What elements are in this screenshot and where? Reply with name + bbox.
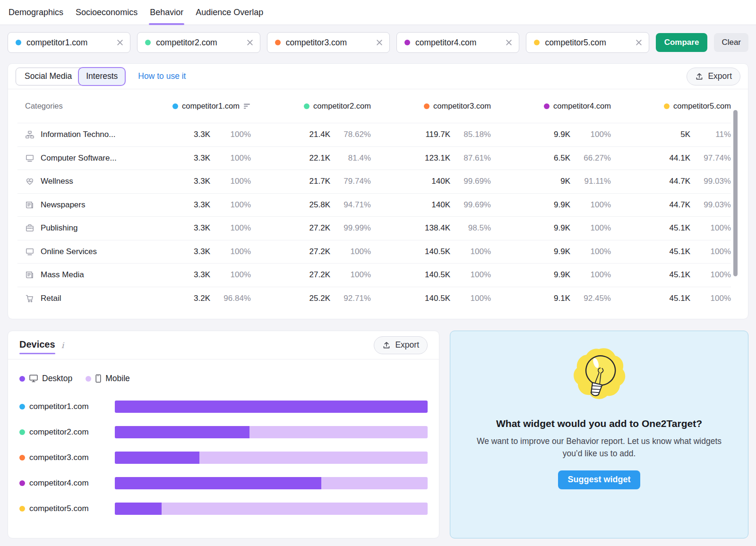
competitor-color-dot — [19, 480, 25, 486]
users-value: 140.5K — [425, 247, 450, 256]
percentage-value: 100% — [210, 130, 251, 139]
devices-title-text: Devices — [19, 339, 55, 350]
competitor-chip-4[interactable]: competitor4.com — [396, 32, 519, 53]
competitor-chip-5[interactable]: competitor5.com — [526, 32, 649, 53]
value-cell: 9K91.11% — [491, 177, 611, 186]
percentage-value: 79.74% — [330, 177, 371, 186]
users-value: 3.3K — [194, 130, 210, 139]
nav-tab-behavior[interactable]: Behavior — [149, 0, 184, 25]
device-bar-row-competitor2-com: competitor2.com — [19, 419, 428, 445]
column-header-competitor5-com[interactable]: competitor5.com — [611, 102, 731, 111]
legend-label: Desktop — [42, 374, 72, 384]
value-cell: 45.1K100% — [611, 223, 731, 233]
tab-social-media-label: Social Media — [25, 71, 72, 81]
devices-title: Devices — [19, 336, 55, 354]
category-cell: Wellness — [17, 177, 131, 186]
mobile-icon — [95, 374, 102, 383]
users-value: 21.7K — [309, 177, 330, 186]
category-cell: Publishing — [17, 223, 131, 233]
close-icon[interactable] — [117, 39, 123, 46]
competitor-chip-1[interactable]: competitor1.com — [8, 32, 130, 53]
column-header-label: competitor2.com — [313, 102, 371, 111]
users-value: 9.1K — [554, 294, 570, 303]
percentage-value: 99.69% — [450, 177, 491, 186]
percentage-value: 100% — [570, 247, 611, 256]
value-cell: 21.7K79.74% — [251, 177, 371, 186]
nav-tab-socioeconomics[interactable]: Socioeconomics — [75, 0, 138, 25]
users-value: 45.1K — [670, 270, 690, 280]
users-value: 22.1K — [309, 154, 330, 163]
legend-item-mobile[interactable]: Mobile — [86, 374, 130, 384]
bar-site-label: competitor1.com — [19, 402, 115, 411]
bar-site-label: competitor3.com — [19, 453, 115, 462]
close-icon[interactable] — [636, 39, 642, 46]
devices-card: Devices i Export DesktopMobile competito… — [8, 331, 439, 538]
competitor-chip-3[interactable]: competitor3.com — [267, 32, 390, 53]
devices-export-button[interactable]: Export — [374, 336, 428, 354]
column-header-competitor1-com[interactable]: competitor1.com — [131, 102, 251, 111]
value-cell: 45.1K100% — [611, 294, 731, 303]
percentage-value: 100% — [210, 270, 251, 280]
value-cell: 140.5K100% — [371, 247, 491, 256]
briefcase-icon — [25, 223, 34, 233]
nav-tab-audience-overlap[interactable]: Audience Overlap — [195, 0, 264, 25]
device-usage-bar — [115, 503, 428, 515]
category-name: Newspapers — [41, 200, 86, 210]
competitor-chip-2[interactable]: competitor2.com — [137, 32, 260, 53]
value-cell: 27.2K100% — [251, 247, 371, 256]
legend-item-desktop[interactable]: Desktop — [19, 374, 72, 384]
category-cell: Online Services — [17, 247, 131, 256]
column-header-competitor3-com[interactable]: competitor3.com — [371, 102, 491, 111]
bar-site-label: competitor4.com — [19, 478, 115, 488]
column-header-label: competitor5.com — [673, 102, 731, 111]
tab-interests[interactable]: Interests — [78, 67, 126, 86]
competitor-color-dot — [534, 40, 540, 45]
competitor-color-dot — [19, 455, 25, 461]
value-cell: 138.4K98.5% — [371, 223, 491, 233]
close-icon[interactable] — [247, 39, 253, 46]
sort-descending-icon[interactable] — [243, 103, 251, 110]
value-cell: 44.7K99.03% — [611, 200, 731, 210]
close-icon[interactable] — [376, 39, 383, 46]
device-bar-row-competitor4-com: competitor4.com — [19, 470, 428, 496]
tab-social-media[interactable]: Social Media — [16, 68, 81, 85]
category-cell: Newspapers — [17, 200, 131, 210]
sitemap-icon — [25, 130, 34, 139]
value-cell: 140K99.69% — [371, 177, 491, 186]
column-header-competitor4-com[interactable]: competitor4.com — [491, 102, 611, 111]
percentage-value: 11% — [690, 130, 731, 139]
competitor-chip-label: competitor1.com — [26, 38, 87, 48]
percentage-value: 100% — [210, 200, 251, 210]
category-name: Retail — [41, 294, 61, 303]
bar-site-name: competitor4.com — [29, 478, 89, 488]
info-icon[interactable]: i — [61, 341, 64, 350]
compare-button[interactable]: Compare — [656, 33, 708, 52]
users-value: 140.5K — [425, 270, 450, 280]
value-cell: 9.9K100% — [491, 247, 611, 256]
users-value: 9.9K — [554, 247, 570, 256]
monitor-icon — [25, 154, 34, 163]
clear-button[interactable]: Clear — [714, 33, 748, 52]
users-value: 44.7K — [670, 177, 690, 186]
column-header-competitor2-com[interactable]: competitor2.com — [251, 102, 371, 111]
suggest-widget-button[interactable]: Suggest widget — [558, 470, 640, 489]
users-value: 27.2K — [309, 247, 330, 256]
competitor-color-dot — [404, 40, 410, 45]
nav-tab-demographics[interactable]: Demographics — [8, 0, 64, 25]
percentage-value: 100% — [690, 247, 731, 256]
users-value: 45.1K — [670, 223, 690, 233]
category-cell: Information Techno... — [17, 130, 131, 139]
percentage-value: 91.11% — [570, 177, 611, 186]
how-to-use-it-link[interactable]: How to use it — [138, 71, 186, 81]
interests-report-card: Social Media Interests How to use it Exp… — [8, 63, 748, 319]
export-label: Export — [395, 340, 419, 350]
value-cell: 119.7K85.18% — [371, 130, 491, 139]
devices-legend: DesktopMobile — [8, 359, 439, 384]
table-export-button[interactable]: Export — [687, 68, 740, 85]
table-scrollbar-thumb[interactable] — [733, 110, 738, 276]
table-row-information-techno: Information Techno...3.3K100%21.4K78.62%… — [17, 123, 731, 147]
value-cell: 9.9K100% — [491, 200, 611, 210]
close-icon[interactable] — [506, 39, 512, 46]
value-cell: 3.2K96.84% — [131, 294, 251, 303]
bar-site-name: competitor3.com — [29, 453, 89, 462]
